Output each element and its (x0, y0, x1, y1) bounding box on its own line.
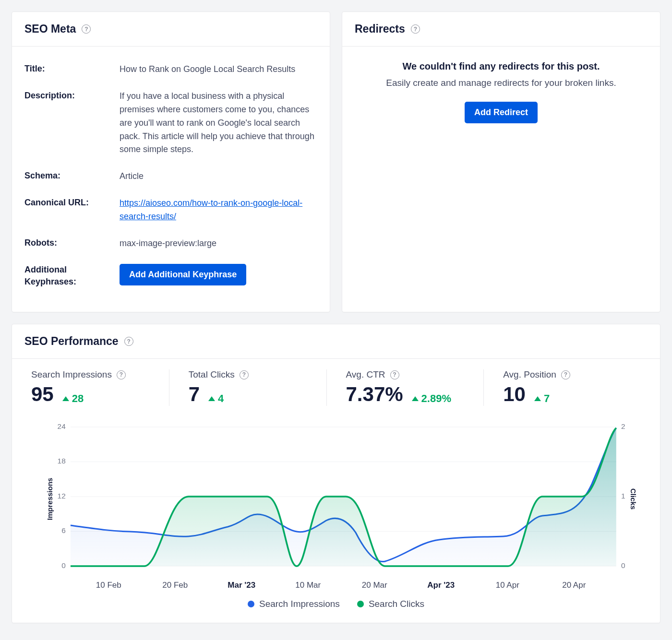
help-icon[interactable] (411, 24, 420, 34)
seo-meta-title: SEO Meta (24, 23, 76, 36)
meta-value: max-image-preview:large (120, 237, 317, 250)
meta-label: Title: (24, 63, 120, 75)
seo-performance-card: SEO Performance Search Impressions 95 28 (12, 324, 660, 623)
meta-row-robots: Robots: max-image-preview:large (24, 230, 317, 257)
svg-text:0: 0 (61, 561, 66, 569)
stat-delta: 4 (208, 392, 224, 405)
meta-label: Schema: (24, 170, 120, 182)
x-tick: 10 Apr (474, 581, 541, 590)
help-icon[interactable] (240, 370, 249, 379)
stat-clicks: Total Clicks 7 4 (169, 369, 326, 406)
caret-up-icon (62, 396, 69, 401)
chart-svg: 0 6 12 18 24 0 1 2 (31, 422, 641, 576)
legend-clicks[interactable]: Search Clicks (357, 599, 424, 609)
help-icon[interactable] (117, 370, 126, 379)
caret-up-icon (412, 396, 419, 401)
redirects-header: Redirects (342, 12, 660, 47)
redirects-card: Redirects We couldn't find any redirects… (342, 12, 660, 312)
legend-label: Search Impressions (259, 599, 340, 609)
svg-text:18: 18 (58, 457, 66, 465)
stat-impressions: Search Impressions 95 28 (31, 369, 169, 406)
x-axis-ticks: 10 Feb 20 Feb Mar '23 10 Mar 20 Mar Apr … (31, 576, 641, 590)
svg-text:12: 12 (58, 492, 66, 500)
stat-position: Avg. Position 10 7 (483, 369, 641, 406)
y-axis-right-label: Clicks (629, 488, 637, 510)
meta-label: Canonical URL: (24, 197, 120, 209)
meta-row-canonical: Canonical URL: https://aioseo.com/how-to… (24, 190, 317, 230)
help-icon[interactable] (390, 370, 399, 379)
stat-value: 7 (189, 383, 200, 406)
redirects-empty-sub: Easily create and manage redirects for y… (355, 78, 648, 88)
caret-up-icon (534, 396, 541, 401)
stat-label: Avg. Position (503, 369, 556, 380)
meta-label: Additional Keyphrases: (24, 264, 120, 288)
meta-row-keyphrases: Additional Keyphrases: Add Additional Ke… (24, 257, 317, 295)
stat-value: 7.37% (346, 383, 403, 406)
meta-label: Description: (24, 90, 120, 102)
svg-text:24: 24 (58, 422, 66, 430)
stat-value: 95 (31, 383, 54, 406)
x-tick: Apr '23 (408, 581, 475, 590)
stat-label: Search Impressions (31, 369, 112, 380)
canonical-link[interactable]: https://aioseo.com/how-to-rank-on-google… (120, 198, 302, 221)
y-axis-left-label: Impressions (46, 478, 54, 520)
meta-label: Robots: (24, 237, 120, 249)
help-icon[interactable] (82, 24, 91, 34)
redirects-title: Redirects (355, 23, 405, 36)
stat-value: 10 (503, 383, 526, 406)
meta-row-schema: Schema: Article (24, 163, 317, 190)
stat-delta: 28 (62, 392, 84, 405)
meta-value: Article (120, 170, 317, 183)
stat-delta: 7 (534, 392, 550, 405)
x-tick: 10 Mar (275, 581, 342, 590)
x-tick: 20 Apr (541, 581, 608, 590)
x-tick: 20 Feb (142, 581, 209, 590)
seo-performance-title: SEO Performance (24, 335, 119, 348)
x-tick: 20 Mar (341, 581, 408, 590)
x-tick: Mar '23 (208, 581, 275, 590)
stat-label: Avg. CTR (346, 369, 385, 380)
legend-dot-icon (248, 601, 254, 607)
seo-performance-header: SEO Performance (12, 324, 660, 359)
seo-meta-card: SEO Meta Title: How to Rank on Google Lo… (12, 12, 330, 312)
caret-up-icon (208, 396, 215, 401)
performance-chart: Impressions Clicks (12, 411, 660, 623)
svg-text:1: 1 (621, 492, 625, 500)
stat-label: Total Clicks (189, 369, 235, 380)
seo-meta-header: SEO Meta (12, 12, 330, 47)
legend-label: Search Clicks (369, 599, 424, 609)
meta-value: How to Rank on Google Local Search Resul… (120, 63, 317, 76)
svg-text:2: 2 (621, 422, 625, 430)
help-icon[interactable] (561, 370, 570, 379)
svg-text:0: 0 (621, 561, 625, 569)
redirects-empty-title: We couldn't find any redirects for this … (355, 61, 648, 72)
legend-impressions[interactable]: Search Impressions (248, 599, 340, 609)
stat-delta: 2.89% (412, 392, 451, 405)
help-icon[interactable] (124, 337, 133, 346)
x-tick: 10 Feb (75, 581, 142, 590)
legend-dot-icon (357, 601, 364, 607)
svg-text:6: 6 (61, 526, 66, 534)
performance-stats: Search Impressions 95 28 Total Clicks (12, 359, 660, 411)
stat-ctr: Avg. CTR 7.37% 2.89% (326, 369, 484, 406)
meta-row-title: Title: How to Rank on Google Local Searc… (24, 56, 317, 83)
chart-legend: Search Impressions Search Clicks (31, 590, 641, 609)
add-keyphrase-button[interactable]: Add Additional Keyphrase (120, 264, 246, 285)
meta-row-description: Description: If you have a local busines… (24, 83, 317, 163)
meta-value: https://aioseo.com/how-to-rank-on-google… (120, 197, 317, 224)
meta-value: If you have a local business with a phys… (120, 90, 317, 156)
add-redirect-button[interactable]: Add Redirect (465, 102, 538, 123)
